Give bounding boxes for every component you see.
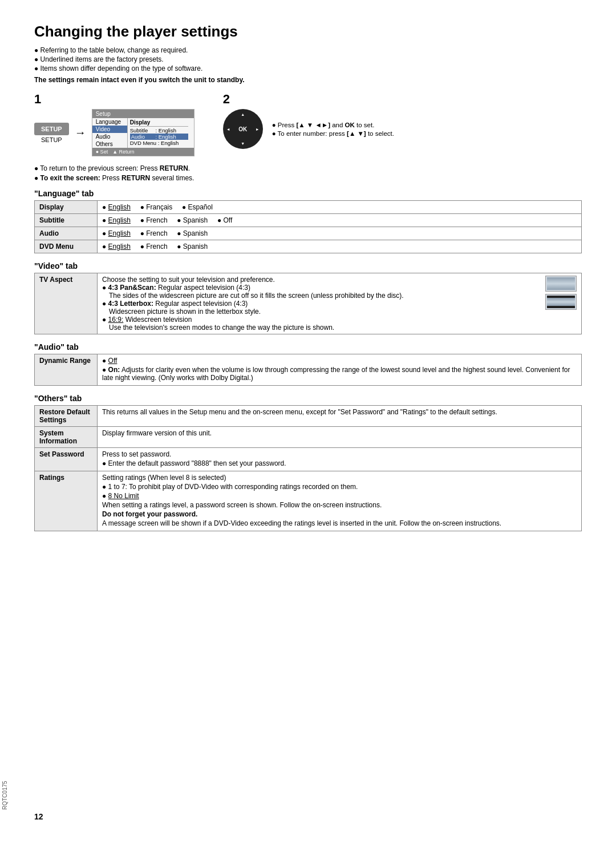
video-tab-title: "Video" tab [34, 261, 582, 270]
setup-col-dvdmenu: DVD Menu : English [130, 140, 188, 146]
side-text: RQTC0175 [2, 781, 8, 810]
setup-label: SETUP [41, 136, 62, 143]
audio-options: English French Spanish [98, 227, 582, 240]
setpassword-header: Set Password [35, 448, 98, 471]
restore-content: This returns all values in the Setup men… [98, 406, 582, 427]
audio-table: Dynamic Range ● Off ● On: Adjusts for cl… [34, 354, 582, 386]
tv-image-letterbox [545, 294, 577, 310]
table-row: Ratings Setting ratings (When level 8 is… [35, 471, 582, 531]
setpassword-content: Press to set password. ● Enter the defau… [98, 448, 582, 471]
tv-image-panscam [545, 276, 577, 292]
table-row: Set Password Press to set password. ● En… [35, 448, 582, 471]
dvdmenu-header: DVD Menu [35, 240, 98, 253]
page-number: 12 [34, 812, 43, 821]
setup-col-audio: Audio : English [130, 134, 188, 140]
remote-control-icon: ▲ ▼ ◄ ► OK [223, 109, 263, 149]
tvaspect-content: Choose the setting to suit your televisi… [98, 273, 582, 334]
steps-row: 1 SETUP SETUP → Setup Language Video Aud… [34, 92, 582, 156]
table-row: TV Aspect Choose the setting to suit you… [35, 273, 582, 334]
table-row: Audio English French Spanish [35, 227, 582, 240]
table-row: Restore Default Settings This returns al… [35, 406, 582, 427]
dynamic-range-header: Dynamic Range [35, 354, 98, 386]
subtitle-options: English French Spanish Off [98, 214, 582, 227]
step1-num: 1 [34, 92, 41, 107]
intro-bullet-1: Referring to the table below, change as … [34, 46, 582, 54]
table-row: DVD Menu English French Spanish [35, 240, 582, 253]
setup-col-header: Display [130, 119, 188, 127]
setup-menu-mockup: Setup Language Video Audio Others Displa… [92, 109, 194, 156]
dvdmenu-options: English French Spanish [98, 240, 582, 253]
step2-block: 2 ▲ ▼ ◄ ► OK ● Press [▲ ▼ ◄►] and OK to … [223, 92, 394, 149]
intro-bold-line: The settings remain intact even if you s… [34, 76, 582, 84]
intro-bullet-3: Items shown differ depending on the type… [34, 64, 582, 72]
audio-header: Audio [35, 227, 98, 240]
ratings-content: Setting ratings (When level 8 is selecte… [98, 471, 582, 531]
tvaspect-header: TV Aspect [35, 273, 98, 334]
return-notes: ● To return to the previous screen: Pres… [34, 164, 582, 182]
setup-menu-row-others: Others [92, 140, 127, 148]
others-tab-title: "Others" tab [34, 394, 582, 403]
table-row: Subtitle English French Spanish Off [35, 214, 582, 227]
audio-tab-title: "Audio" tab [34, 342, 582, 352]
restore-header: Restore Default Settings [35, 406, 98, 427]
others-table: Restore Default Settings This returns al… [34, 405, 582, 531]
intro-bullets: Referring to the table below, change as … [34, 46, 582, 72]
video-table: TV Aspect Choose the setting to suit you… [34, 273, 582, 334]
dynamic-range-content: ● Off ● On: Adjusts for clarity even whe… [98, 354, 582, 386]
setup-menu-row-video: Video [92, 126, 127, 133]
language-table: Display English Français Español Subtitl… [34, 200, 582, 253]
subtitle-header: Subtitle [35, 214, 98, 227]
display-options: English Français Español [98, 201, 582, 214]
table-row: Dynamic Range ● Off ● On: Adjusts for cl… [35, 354, 582, 386]
sysinfo-header: System Information [35, 427, 98, 448]
step1-block: 1 SETUP SETUP → Setup Language Video Aud… [34, 92, 194, 156]
setup-button-mockup: SETUP [34, 123, 69, 135]
language-tab-title: "Language" tab [34, 189, 582, 198]
table-row: Display English Français Español [35, 201, 582, 214]
setup-menu-title: Setup [92, 110, 194, 118]
intro-bullet-2: Underlined items are the factory presets… [34, 55, 582, 63]
tv-aspect-images [545, 276, 577, 332]
setup-menu-row-audio: Audio [92, 133, 127, 140]
setup-diagram: SETUP SETUP → Setup Language Video Audio… [34, 109, 194, 156]
step2-notes: ● Press [▲ ▼ ◄►] and OK to set. ● To ent… [272, 122, 394, 139]
setup-menu-row-language: Language [92, 118, 127, 126]
ratings-header: Ratings [35, 471, 98, 531]
setup-menu-bottom: ● Set ▲ Return [92, 148, 194, 156]
step2-num: 2 [223, 92, 230, 107]
arrow-icon: → [75, 126, 86, 139]
sysinfo-content: Display firmware version of this unit. [98, 427, 582, 448]
page-title: Changing the player settings [34, 23, 582, 41]
display-header: Display [35, 201, 98, 214]
setup-col-subtitle: Subtitle : English [130, 127, 188, 134]
table-row: System Information Display firmware vers… [35, 427, 582, 448]
